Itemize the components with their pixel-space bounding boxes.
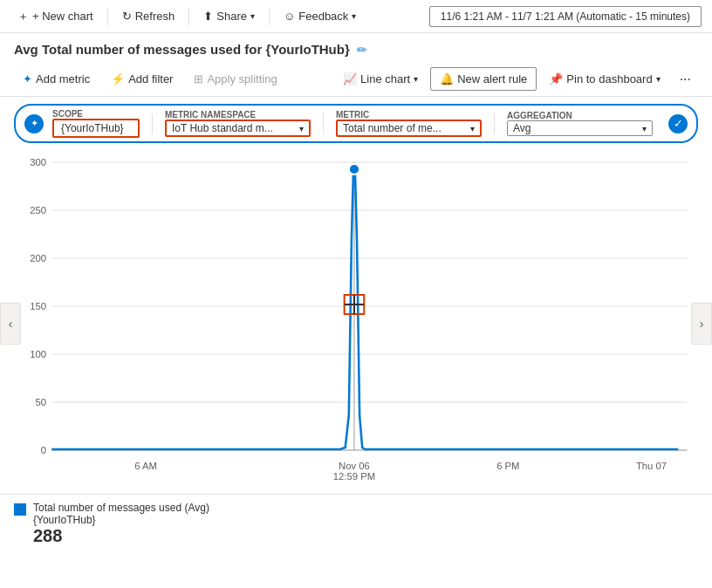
svg-text:6 PM: 6 PM — [496, 461, 519, 471]
legend-info: Total number of messages used (Avg) {You… — [33, 502, 209, 546]
title-prefix: Avg Total number of messages used for — [14, 42, 262, 57]
svg-text:0: 0 — [41, 445, 46, 455]
svg-text:200: 200 — [30, 253, 46, 263]
refresh-label: Refresh — [135, 10, 175, 23]
share-chevron-icon: ▾ — [250, 11, 255, 21]
svg-text:6 AM: 6 AM — [134, 461, 157, 471]
line-chart-button[interactable]: 📈 Line chart ▾ — [334, 68, 427, 90]
aggregation-dropdown[interactable]: Avg ▾ — [507, 120, 653, 136]
chart-legend: Total number of messages used (Avg) {You… — [0, 494, 712, 553]
metric-dropdown[interactable]: Total number of me... ▾ — [336, 120, 482, 137]
plus-icon: ＋ — [17, 9, 29, 24]
feedback-button[interactable]: ☺ Feedback ▾ — [277, 6, 363, 26]
metric-chevron-icon: ▾ — [470, 124, 475, 133]
pin-dashboard-label: Pin to dashboard — [566, 72, 652, 85]
legend-color-swatch — [14, 503, 26, 516]
filter-icon: ⚡ — [111, 72, 125, 85]
svg-text:250: 250 — [30, 205, 46, 215]
add-metric-button[interactable]: ✦ Add metric — [14, 68, 99, 90]
refresh-icon: ↻ — [122, 10, 132, 23]
divider-2 — [188, 8, 189, 25]
line-chart-icon: 📈 — [343, 72, 357, 85]
more-options-button[interactable]: ··· — [673, 67, 698, 92]
svg-text:12:59 PM: 12:59 PM — [333, 471, 375, 482]
time-range-button[interactable]: 11/6 1:21 AM - 11/7 1:21 AM (Automatic -… — [429, 6, 702, 27]
separator-2 — [323, 113, 324, 134]
pin-icon: 📌 — [549, 72, 563, 85]
svg-text:300: 300 — [30, 157, 46, 168]
line-chart-label: Line chart — [360, 72, 410, 85]
aggregation-field: AGGREGATION Avg ▾ — [503, 111, 656, 136]
svg-point-21 — [349, 164, 359, 174]
apply-splitting-label: Apply splitting — [207, 72, 277, 85]
refresh-button[interactable]: ↻ Refresh — [115, 6, 182, 26]
metric-row: ✦ SCOPE {YourIoTHub} METRIC NAMESPACE Io… — [0, 97, 712, 150]
more-icon: ··· — [680, 72, 691, 86]
toolbar-left: ＋ + New chart ↻ Refresh ⬆ Share ▾ ☺ Feed… — [10, 5, 363, 28]
new-chart-button[interactable]: ＋ + New chart — [10, 5, 100, 28]
aggregation-chevron-icon: ▾ — [642, 124, 647, 133]
pin-dashboard-button[interactable]: 📌 Pin to dashboard ▾ — [540, 68, 668, 90]
svg-text:50: 50 — [36, 397, 47, 407]
chart-wrapper: 300 250 200 150 100 50 0 6 AM Nov 06 12:… — [7, 154, 705, 494]
namespace-chevron-icon: ▾ — [299, 124, 304, 133]
top-toolbar: ＋ + New chart ↻ Refresh ⬆ Share ▾ ☺ Feed… — [0, 0, 712, 33]
metric-circle-icon: ✦ — [24, 114, 44, 133]
divider-3 — [269, 8, 270, 25]
title-resource: {YourIoTHub} — [265, 42, 349, 57]
add-metric-icon: ✦ — [23, 72, 32, 85]
new-alert-rule-button[interactable]: 🔔 New alert rule — [430, 67, 537, 91]
action-toolbar-right: 📈 Line chart ▾ 🔔 New alert rule 📌 Pin to… — [334, 67, 698, 92]
divider-1 — [107, 8, 108, 25]
line-chart-svg: 300 250 200 150 100 50 0 6 AM Nov 06 12:… — [7, 154, 705, 494]
new-alert-rule-label: New alert rule — [457, 72, 527, 85]
page-title: Avg Total number of messages used for {Y… — [14, 42, 350, 57]
split-icon: ⊞ — [194, 72, 203, 85]
svg-text:Nov 06: Nov 06 — [339, 461, 370, 471]
metric-field: METRIC Total number of me... ▾ — [332, 110, 485, 137]
share-icon: ⬆ — [203, 10, 213, 23]
namespace-label: METRIC NAMESPACE — [165, 110, 311, 120]
scope-label: SCOPE — [52, 109, 140, 119]
apply-splitting-button[interactable]: ⊞ Apply splitting — [185, 68, 285, 90]
scope-field: SCOPE {YourIoTHub} — [49, 109, 143, 138]
add-filter-button[interactable]: ⚡ Add filter — [102, 68, 181, 90]
scope-value[interactable]: {YourIoTHub} — [52, 119, 140, 138]
confirm-metric-icon[interactable]: ✓ — [668, 114, 688, 133]
title-bar: Avg Total number of messages used for {Y… — [0, 33, 712, 62]
line-chart-chevron-icon: ▾ — [414, 74, 418, 84]
feedback-icon: ☺ — [284, 10, 295, 23]
add-metric-label: Add metric — [36, 72, 90, 85]
action-toolbar: ✦ Add metric ⚡ Add filter ⊞ Apply splitt… — [0, 62, 712, 97]
feedback-chevron-icon: ▾ — [352, 11, 356, 21]
namespace-field: METRIC NAMESPACE IoT Hub standard m... ▾ — [161, 110, 314, 137]
legend-sublabel: {YourIoTHub} — [33, 514, 209, 526]
feedback-label: Feedback — [298, 10, 348, 23]
separator-3 — [494, 113, 495, 134]
metric-label: METRIC — [336, 110, 482, 120]
alert-icon: 🔔 — [440, 72, 454, 85]
chart-area: ‹ 300 250 200 150 100 50 0 6 AM Nov 06 1… — [0, 154, 712, 494]
share-label: Share — [216, 10, 247, 23]
svg-text:150: 150 — [30, 301, 46, 311]
svg-text:100: 100 — [30, 349, 46, 359]
add-filter-label: Add filter — [128, 72, 173, 85]
share-button[interactable]: ⬆ Share ▾ — [196, 6, 262, 26]
edit-title-icon[interactable]: ✏ — [357, 43, 367, 57]
metric-pill: ✦ SCOPE {YourIoTHub} METRIC NAMESPACE Io… — [14, 104, 698, 143]
separator-1 — [152, 113, 153, 134]
chart-next-button[interactable]: › — [691, 303, 712, 345]
pin-chevron-icon: ▾ — [656, 74, 661, 84]
aggregation-label: AGGREGATION — [507, 111, 653, 120]
svg-text:Thu 07: Thu 07 — [636, 461, 667, 471]
legend-label: Total number of messages used (Avg) — [33, 502, 209, 514]
action-toolbar-left: ✦ Add metric ⚡ Add filter ⊞ Apply splitt… — [14, 68, 286, 90]
namespace-dropdown[interactable]: IoT Hub standard m... ▾ — [165, 120, 311, 137]
new-chart-label: + New chart — [32, 10, 93, 23]
time-range-label: 11/6 1:21 AM - 11/7 1:21 AM (Automatic -… — [441, 10, 690, 23]
legend-value: 288 — [33, 526, 209, 546]
